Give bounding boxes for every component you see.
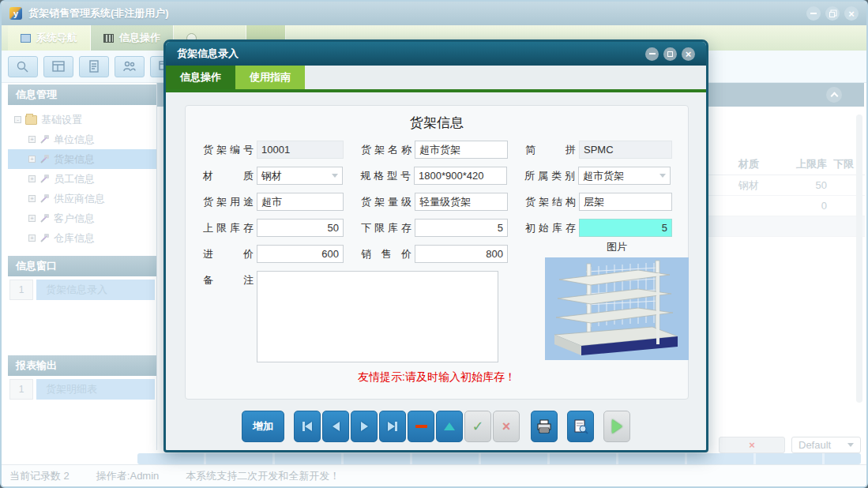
next-record-button[interactable] — [351, 411, 378, 442]
level-input[interactable] — [415, 193, 508, 211]
material-dropdown[interactable] — [257, 167, 343, 185]
tree-node-basic-settings[interactable]: - 基础设置 — [8, 110, 156, 130]
folder-icon — [25, 115, 37, 125]
printer-icon — [536, 419, 552, 434]
shelf-grid: 架结 材质 上限库 下限 架 钢材 50 0 — [682, 154, 865, 237]
vertical-scrollbar[interactable] — [856, 114, 862, 403]
sale-price-label: 销售价 — [361, 247, 411, 261]
print-preview-icon — [573, 419, 588, 434]
record-toolbar: 增加 ✓ × — [166, 411, 706, 442]
triangle-up-icon — [444, 422, 455, 430]
grid-icon — [103, 34, 114, 43]
purchase-price-input[interactable] — [257, 245, 344, 263]
sale-price-input[interactable] — [415, 245, 508, 263]
spec-input[interactable] — [414, 167, 507, 185]
shelf-entry-dialog: 货架信息录入 × 信息操作 使用指南 货架信息 货架编号 货架名称 — [163, 39, 708, 452]
item-label: 货架明细表 — [36, 379, 155, 400]
tool-icon — [39, 174, 50, 184]
tool-icon — [39, 193, 50, 204]
app-window: y 货架销售管理系统(非注册用户) × 系统导航 信息操作 — [0, 0, 868, 488]
level-label: 货架量级 — [361, 195, 411, 209]
run-button[interactable] — [603, 411, 630, 442]
tool-icon — [39, 134, 50, 145]
add-button[interactable]: 增加 — [242, 411, 284, 442]
theme-dropdown[interactable]: Default — [791, 437, 861, 453]
report-list-item[interactable]: 1 货架明细表 — [8, 376, 156, 400]
purchase-price-label: 进价 — [203, 247, 254, 261]
picture-label: 图片 — [545, 240, 689, 254]
max-stock-input[interactable] — [257, 219, 344, 237]
tool-icon — [39, 213, 50, 223]
shelf-form: 货架信息 货架编号 货架名称 简拼 材质 — [185, 105, 689, 400]
expand-box-icon[interactable]: + — [28, 175, 36, 182]
sidebar-header-info: 信息管理 — [8, 84, 156, 105]
cross-icon: × — [502, 419, 511, 435]
grid-row[interactable] — [682, 216, 865, 237]
min-stock-input[interactable] — [415, 219, 508, 237]
preview-button[interactable] — [567, 411, 594, 442]
chevron-up-icon — [830, 92, 838, 100]
table-view-button[interactable] — [43, 56, 73, 77]
tree-node-shelf-info[interactable]: + 货架信息 — [8, 149, 156, 169]
dialog-minimize-button[interactable] — [645, 47, 659, 61]
nav-tree: - 基础设置 + 单位信息 + 货架信息 + 员工信息 + — [8, 105, 156, 256]
form-title: 货架信息 — [203, 114, 671, 134]
tree-node-employee-info[interactable]: + 员工信息 — [8, 169, 156, 189]
remark-label: 备注 — [203, 273, 254, 287]
shelf-name-input[interactable] — [415, 141, 508, 159]
collapse-box-icon[interactable]: - — [14, 116, 21, 123]
delete-record-button[interactable] — [408, 411, 434, 442]
users-button[interactable] — [115, 56, 145, 77]
background-close-button[interactable]: × — [719, 437, 785, 453]
warning-text: 友情提示:请及时输入初始库存！ — [203, 370, 671, 385]
expand-box-icon[interactable]: + — [28, 215, 36, 222]
document-button[interactable] — [79, 56, 109, 77]
cancel-button[interactable]: × — [493, 411, 520, 442]
tab-system-nav[interactable]: 系统导航 — [8, 25, 91, 51]
dialog-tab-info-ops[interactable]: 信息操作 — [166, 66, 235, 89]
play-icon — [612, 419, 622, 434]
expand-box-icon[interactable]: + — [28, 136, 36, 143]
grid-row[interactable]: 0 — [682, 196, 865, 216]
col-max-stock[interactable]: 上限库 — [787, 157, 833, 171]
expand-box-icon[interactable]: + — [28, 156, 36, 163]
category-dropdown[interactable] — [578, 167, 671, 185]
tree-node-warehouse-info[interactable]: + 仓库信息 — [8, 228, 156, 248]
tree-node-unit-info[interactable]: + 单位信息 — [8, 130, 156, 149]
edit-record-button[interactable] — [436, 411, 463, 442]
expand-box-icon[interactable]: + — [28, 195, 36, 202]
search-button[interactable] — [8, 56, 38, 77]
first-record-button[interactable] — [294, 411, 321, 442]
dialog-maximize-button[interactable] — [663, 47, 677, 61]
item-label: 货架信息录入 — [36, 280, 155, 300]
collapse-panel-button[interactable] — [826, 87, 842, 103]
print-button[interactable] — [531, 411, 558, 442]
dialog-titlebar: 货架信息录入 × — [166, 42, 706, 66]
minus-icon — [415, 425, 427, 428]
last-record-button[interactable] — [379, 411, 406, 442]
system-note: 本系统支持二次开发和全新开发！ — [186, 469, 340, 483]
expand-box-icon[interactable]: + — [28, 235, 36, 242]
prev-record-button[interactable] — [322, 411, 349, 442]
restore-button[interactable] — [825, 6, 840, 21]
init-stock-input[interactable] — [579, 219, 672, 237]
minimize-button[interactable] — [806, 6, 821, 21]
col-material[interactable]: 材质 — [738, 157, 787, 171]
dialog-close-button[interactable]: × — [682, 47, 695, 61]
confirm-button[interactable]: ✓ — [464, 411, 491, 442]
item-index: 1 — [9, 280, 33, 300]
app-logo-icon: y — [9, 7, 22, 20]
tree-node-supplier-info[interactable]: + 供应商信息 — [8, 189, 156, 208]
remark-textarea[interactable] — [257, 271, 498, 362]
tree-node-customer-info[interactable]: + 客户信息 — [8, 208, 156, 228]
dialog-tab-guide[interactable]: 使用指南 — [235, 66, 305, 89]
grid-row[interactable]: 架 钢材 50 — [682, 175, 865, 196]
close-button[interactable]: × — [844, 6, 859, 21]
window-list-item[interactable]: 1 货架信息录入 — [8, 276, 156, 300]
category-label: 所属类别 — [524, 169, 575, 183]
structure-input[interactable] — [579, 193, 672, 211]
usage-input[interactable] — [257, 193, 344, 211]
prev-record-icon — [333, 422, 340, 431]
shelf-no-field — [257, 141, 344, 159]
tab-info-ops[interactable]: 信息操作 — [91, 25, 174, 51]
